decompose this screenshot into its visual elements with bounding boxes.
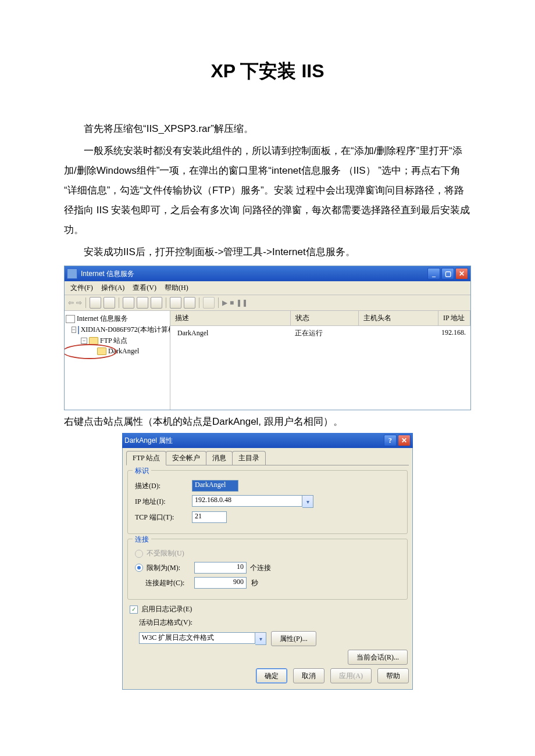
tree-host[interactable]: XIDIAN-D086F972(本地计算机 bbox=[81, 325, 170, 335]
ip-input[interactable]: 192.168.0.48 bbox=[192, 495, 302, 507]
play-icon[interactable]: ▶ bbox=[222, 299, 227, 307]
col-desc[interactable]: 描述 bbox=[170, 311, 291, 325]
maximize-button[interactable]: ▢ bbox=[441, 268, 454, 280]
site-icon bbox=[97, 347, 106, 355]
forward-icon[interactable]: ⇨ bbox=[76, 299, 82, 307]
tab-strip: FTP 站点 安全帐户 消息 主目录 bbox=[126, 450, 409, 465]
desc-input[interactable]: DarkAngel bbox=[192, 480, 238, 492]
list-header: 描述 状态 主机头名 IP 地址 bbox=[170, 311, 470, 326]
timeout-suffix: 秒 bbox=[251, 578, 258, 588]
cell-status: 正在运行 bbox=[290, 327, 358, 339]
cell-ip: 192.168. bbox=[437, 327, 470, 339]
dialog-titlebar: DarkAngel 属性 ? ✕ bbox=[122, 433, 413, 448]
chevron-down-icon[interactable]: ▾ bbox=[302, 495, 313, 508]
unlimited-label: 不受限制(U) bbox=[147, 549, 184, 558]
tree-ftp[interactable]: FTP 站点 bbox=[100, 336, 127, 346]
connection-label: 连接 bbox=[133, 535, 151, 544]
tab-security[interactable]: 安全帐户 bbox=[166, 451, 206, 465]
stop-icon[interactable]: ■ bbox=[230, 299, 234, 307]
dialog-title: DarkAngel 属性 bbox=[124, 436, 173, 446]
log-checkbox[interactable]: ✓ bbox=[130, 605, 138, 614]
collapse-icon[interactable]: − bbox=[81, 338, 87, 344]
pause-icon[interactable]: ❚❚ bbox=[236, 299, 248, 307]
menu-file[interactable]: 文件(F) bbox=[70, 283, 93, 293]
paragraph-1: 首先将压缩包“IIS_XPSP3.rar”解压缩。 bbox=[64, 119, 471, 139]
toolbar-icon[interactable] bbox=[184, 297, 195, 309]
window-title: Internet 信息服务 bbox=[81, 269, 134, 279]
minimize-button[interactable]: _ bbox=[427, 268, 440, 280]
identity-group: 标识 描述(D): DarkAngel IP 地址(I): 192.168.0.… bbox=[127, 470, 408, 534]
paragraph-3: 安装成功IIS后，打开控制面板->管理工具->Internet信息服务。 bbox=[64, 242, 471, 262]
col-hosthead[interactable]: 主机头名 bbox=[359, 311, 438, 325]
port-input[interactable]: 21 bbox=[192, 511, 227, 523]
properties-dialog: DarkAngel 属性 ? ✕ FTP 站点 安全帐户 消息 主目录 标识 描… bbox=[122, 433, 413, 690]
app-icon bbox=[67, 268, 77, 279]
menu-view[interactable]: 查看(V) bbox=[133, 283, 156, 293]
toolbar-icon[interactable] bbox=[137, 297, 148, 309]
menu-help[interactable]: 帮助(H) bbox=[165, 283, 188, 293]
computer-icon bbox=[78, 326, 79, 334]
paragraph-2: 一般系统安装时都没有安装此组件的，所以请到控制面板，在“添加/删除程序”里打开“… bbox=[64, 141, 471, 240]
screenshot-caption: 右键点击站点属性（本机的站点是DarkAngel, 跟用户名相同）。 bbox=[64, 415, 471, 428]
timeout-input[interactable]: 900 bbox=[194, 577, 247, 589]
toolbar-icon[interactable] bbox=[104, 297, 115, 309]
current-sessions-button[interactable]: 当前会话(R)... bbox=[348, 650, 408, 665]
limit-suffix: 个连接 bbox=[250, 563, 271, 573]
menu-action[interactable]: 操作(A) bbox=[101, 283, 125, 293]
list-pane: 描述 状态 主机头名 IP 地址 DarkAngel 正在运行 192.168. bbox=[170, 311, 470, 410]
toolbar-icon[interactable] bbox=[123, 297, 134, 309]
log-enable-label: 启用日志记录(E) bbox=[141, 604, 192, 614]
cancel-button[interactable]: 取消 bbox=[293, 668, 324, 683]
identity-label: 标识 bbox=[133, 466, 151, 476]
log-props-button[interactable]: 属性(P)... bbox=[271, 631, 316, 646]
tree-pane: Internet 信息服务 −XIDIAN-D086F972(本地计算机 −FT… bbox=[65, 311, 170, 410]
tree-site[interactable]: DarkAngel bbox=[108, 347, 139, 356]
toolbar-icon[interactable] bbox=[170, 297, 181, 309]
desc-label: 描述(D): bbox=[135, 481, 187, 491]
tab-messages[interactable]: 消息 bbox=[206, 451, 233, 465]
apply-button[interactable]: 应用(A) bbox=[330, 668, 372, 683]
radio-unlimited bbox=[135, 550, 143, 558]
port-label: TCP 端口(T): bbox=[135, 513, 187, 522]
help-button[interactable]: ? bbox=[384, 435, 397, 446]
close-button[interactable]: ✕ bbox=[455, 268, 468, 280]
tab-ftp-site[interactable]: FTP 站点 bbox=[126, 451, 166, 465]
dialog-buttons: 确定 取消 应用(A) 帮助 bbox=[126, 668, 409, 683]
tab-homedir[interactable]: 主目录 bbox=[232, 451, 266, 465]
toolbar-icon[interactable] bbox=[151, 297, 162, 309]
log-format-label: 活动日志格式(V): bbox=[139, 618, 405, 628]
list-row[interactable]: DarkAngel 正在运行 192.168. bbox=[170, 326, 470, 341]
timeout-label: 连接超时(C): bbox=[145, 578, 190, 588]
col-ip[interactable]: IP 地址 bbox=[438, 311, 470, 325]
chevron-down-icon[interactable]: ▾ bbox=[255, 632, 266, 645]
menubar: 文件(F) 操作(A) 查看(V) 帮助(H) bbox=[65, 281, 470, 295]
toolbar: ⇦ ⇨ ▶ ■ ❚❚ bbox=[65, 295, 470, 311]
service-icon bbox=[66, 315, 75, 323]
limited-label: 限制为(M): bbox=[147, 563, 191, 573]
limit-input[interactable]: 10 bbox=[194, 562, 247, 574]
close-button[interactable]: ✕ bbox=[398, 435, 411, 446]
ok-button[interactable]: 确定 bbox=[256, 668, 287, 683]
iis-window: Internet 信息服务 _ ▢ ✕ 文件(F) 操作(A) 查看(V) 帮助… bbox=[64, 266, 471, 410]
collapse-icon[interactable]: − bbox=[72, 327, 76, 333]
toolbar-icon[interactable] bbox=[90, 297, 101, 309]
cell-desc: DarkAngel bbox=[177, 329, 208, 338]
page-title: XP 下安装 IIS bbox=[64, 59, 471, 84]
help-button[interactable]: 帮助 bbox=[377, 668, 409, 683]
ip-label: IP 地址(I): bbox=[135, 497, 187, 507]
toolbar-icon[interactable] bbox=[203, 297, 215, 309]
iis-titlebar: Internet 信息服务 _ ▢ ✕ bbox=[65, 266, 470, 281]
radio-limited[interactable] bbox=[135, 564, 143, 572]
log-format-select[interactable]: W3C 扩展日志文件格式 bbox=[139, 632, 255, 644]
back-icon[interactable]: ⇦ bbox=[68, 299, 74, 307]
cell-host bbox=[358, 327, 437, 339]
col-status[interactable]: 状态 bbox=[291, 311, 359, 325]
connection-group: 连接 不受限制(U) 限制为(M): 10 个连接 连接超时(C): 900 秒 bbox=[127, 539, 408, 600]
tree-root[interactable]: Internet 信息服务 bbox=[77, 314, 128, 324]
